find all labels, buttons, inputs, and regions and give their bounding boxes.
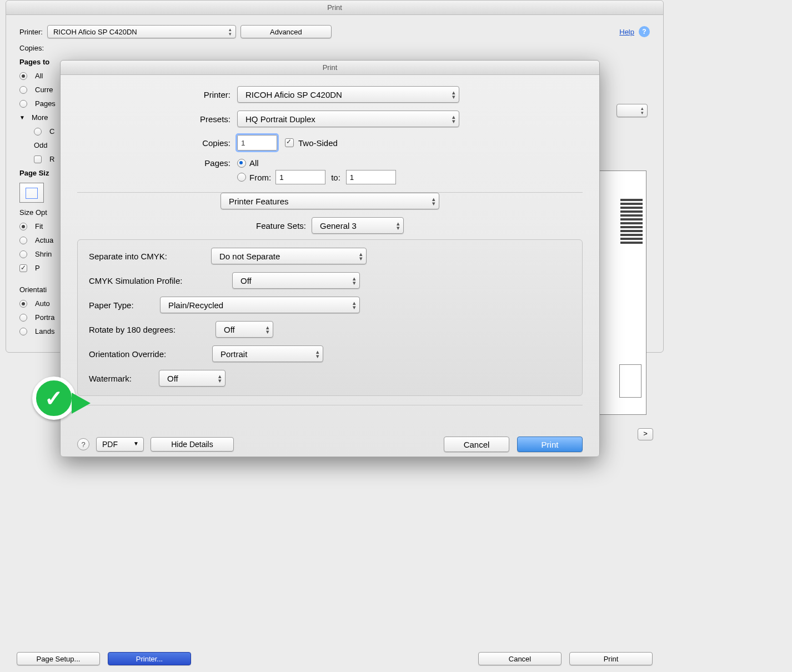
presets-label: Presets: [77, 114, 237, 124]
modal-footer: ? PDF ▼ Hide Details Cancel Print [61, 428, 599, 457]
pages-from-input[interactable] [275, 170, 325, 184]
size-options-label: Size Opt [19, 208, 47, 217]
chevron-updown-icon: ▴▾ [228, 27, 233, 36]
r-label: R [49, 155, 54, 163]
disclosure-triangle-icon[interactable]: ▼ [19, 114, 25, 121]
rotate-value: Off [224, 325, 235, 334]
c-radio[interactable] [34, 128, 42, 136]
print-button[interactable]: Print [517, 437, 583, 452]
back-print-button[interactable]: Print [569, 652, 653, 665]
feature-sets-select[interactable]: General 3 ▴▾ [312, 217, 404, 234]
pages-from-label: From: [249, 173, 271, 182]
fit-radio[interactable] [19, 223, 27, 230]
landscape-radio-label: Lands [35, 327, 54, 335]
pages-radio-label: Pages [35, 99, 56, 108]
cmyk-profile-value: Off [240, 276, 252, 285]
pages-from-radio[interactable] [237, 173, 246, 182]
chevron-updown-icon: ▴▾ [451, 90, 457, 99]
pages-radio[interactable] [19, 100, 27, 108]
odd-label: Odd [34, 141, 48, 149]
actual-radio[interactable] [19, 237, 27, 244]
separate-cmyk-label: Separate into CMYK: [89, 252, 211, 261]
watermark-value: Off [167, 374, 178, 383]
modal-printer-label: Printer: [77, 90, 237, 99]
page-sizing-label: Page Siz [19, 169, 49, 177]
shrink-radio-label: Shrin [35, 250, 52, 258]
portrait-radio-label: Portra [35, 313, 54, 322]
presets-select[interactable]: HQ Portrait Duplex ▴▾ [237, 111, 459, 127]
chevron-down-icon: ▼ [133, 440, 139, 447]
system-print-dialog: Print Printer: RICOH Aficio SP C420DN ▴▾… [60, 60, 600, 457]
feature-sets-label: Feature Sets: [256, 221, 306, 230]
orientation-override-select[interactable]: Portrait ▴▾ [212, 345, 323, 362]
watermark-label: Watermark: [89, 374, 159, 383]
cmyk-profile-select[interactable]: Off ▴▾ [232, 272, 360, 289]
separate-cmyk-value: Do not Separate [219, 252, 280, 261]
pages-to-label: to: [331, 173, 340, 182]
portrait-radio[interactable] [19, 314, 27, 322]
chevron-updown-icon: ▴▾ [431, 197, 437, 205]
actual-radio-label: Actua [35, 236, 53, 244]
pages-to-input[interactable] [346, 170, 396, 184]
section-select-value: Printer Features [229, 197, 289, 206]
chevron-updown-icon: ▴▾ [265, 325, 270, 334]
chevron-updown-icon: ▴▾ [315, 349, 320, 358]
pages-to-label: Pages to [19, 58, 49, 66]
chevron-updown-icon: ▴▾ [352, 276, 357, 285]
printer-select[interactable]: RICOH Aficio SP C420DN ▴▾ [47, 25, 236, 38]
fit-radio-label: Fit [35, 222, 43, 230]
rotate-label: Rotate by 180 degrees: [89, 325, 215, 334]
chevron-updown-icon: ▴▾ [352, 300, 357, 309]
p-checkbox-label: P [35, 264, 40, 272]
chevron-updown-icon: ▴▾ [395, 221, 401, 230]
modal-printer-select[interactable]: RICOH Aficio SP C420DN ▴▾ [237, 86, 459, 103]
feature-panel: Separate into CMYK: Do not Separate ▴▾ C… [77, 239, 583, 396]
auto-radio[interactable] [19, 300, 27, 308]
section-select[interactable]: Printer Features ▴▾ [220, 193, 439, 209]
two-sided-label: Two-Sided [298, 138, 338, 148]
paper-type-select[interactable]: Plain/Recycled ▴▾ [160, 297, 360, 313]
modal-pages-label: Pages: [77, 158, 237, 168]
page-setup-button[interactable]: Page Setup... [17, 652, 100, 665]
modal-title: Print [61, 61, 599, 75]
pages-all-radio[interactable] [237, 159, 246, 168]
feature-sets-value: General 3 [320, 221, 357, 230]
partial-select[interactable]: ▴▾ [616, 104, 648, 117]
pages-all-label: All [249, 158, 259, 168]
landscape-radio[interactable] [19, 328, 27, 335]
orientation-override-label: Orientation Override: [89, 349, 212, 359]
chevron-updown-icon: ▴▾ [217, 374, 223, 383]
cmyk-profile-label: CMYK Simulation Profile: [89, 276, 232, 285]
advanced-button[interactable]: Advanced [240, 25, 332, 38]
orientation-override-value: Portrait [220, 349, 247, 359]
copies-input[interactable] [237, 135, 277, 151]
r-checkbox[interactable] [34, 156, 42, 163]
separate-cmyk-select[interactable]: Do not Separate ▴▾ [211, 248, 367, 264]
all-radio[interactable] [19, 72, 27, 80]
printer-value: RICOH Aficio SP C420DN [53, 28, 137, 36]
back-cancel-button[interactable]: Cancel [478, 652, 562, 665]
printer-button[interactable]: Printer... [108, 652, 191, 665]
next-page-button[interactable]: > [638, 428, 653, 440]
rotate-select[interactable]: Off ▴▾ [215, 321, 273, 338]
paper-type-value: Plain/Recycled [168, 300, 223, 310]
cancel-button[interactable]: Cancel [444, 437, 509, 452]
shrink-radio[interactable] [19, 250, 27, 258]
printer-label: Printer: [19, 28, 43, 36]
two-sided-checkbox[interactable] [285, 138, 294, 147]
current-radio[interactable] [19, 86, 27, 94]
watermark-select[interactable]: Off ▴▾ [159, 370, 225, 387]
p-checkbox[interactable] [19, 264, 27, 272]
c-radio-label: C [49, 127, 54, 136]
paper-type-label: Paper Type: [89, 300, 160, 310]
chevron-updown-icon: ▴▾ [639, 106, 645, 115]
modal-copies-label: Copies: [77, 138, 237, 148]
page-sizing-option-fit-icon[interactable] [19, 183, 44, 203]
pdf-menu[interactable]: PDF ▼ [96, 437, 144, 452]
help-icon[interactable]: ? [639, 26, 650, 37]
check-icon: ✓ [44, 385, 63, 411]
hide-details-button[interactable]: Hide Details [151, 437, 234, 452]
help-button[interactable]: ? [77, 438, 89, 450]
auto-radio-label: Auto [35, 299, 50, 308]
help-link[interactable]: Help [619, 28, 634, 36]
